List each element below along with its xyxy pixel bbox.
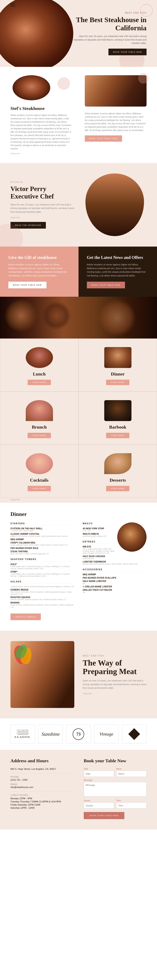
hero-content: MEET AND FISH The Best Steakhouse in Cal… <box>71 12 147 56</box>
seafood-category: SEAFOOD TOWERS GULF*2 half lobster tails… <box>10 558 74 577</box>
prep-section: MEET AND FISH The Way of Preparing Meat … <box>0 631 157 718</box>
prep-body: Open for over 15 years, our restaurant n… <box>83 679 147 690</box>
hero-meat-image <box>0 0 73 67</box>
footer-guests-input[interactable] <box>84 802 114 809</box>
chef-body: Open for over 15 years, our restaurant n… <box>10 203 74 214</box>
footer-street: 860 S. Hope Street, Los Angeles, CA, 900… <box>10 768 73 770</box>
footer-hours2: Tuesday-Thursday 7:00AM-12:00PM & Until … <box>10 800 73 803</box>
logo-classic-text: CLASSIC <box>14 735 31 739</box>
logo-classic: LOS GATOS STEAKHOUSE CLASSIC <box>10 725 35 743</box>
footer-hours4: Saturday 12PM - 12AM <box>10 807 73 809</box>
footer-phone: (213) 741 - 2345 <box>10 779 73 781</box>
logo-vintage: Vintage <box>94 725 119 743</box>
gift-news-section: Give the Gift of steakhouse Article eius… <box>0 247 157 297</box>
news-card: Get the Latest News and Offers Article e… <box>78 247 157 297</box>
menu-brunch-button[interactable]: VIEW MORE <box>28 433 51 438</box>
prep-image-wrap <box>10 641 74 708</box>
footer-time-label: Time <box>116 799 147 802</box>
menu-grid-section: Lunch VIEW MORE Dinner VIEW MORE Brunch … <box>0 339 157 498</box>
steakhouse-section: Stef's Steakhouse Article eiusdem ut ver… <box>0 67 157 163</box>
view-all-menus-button[interactable]: VIEW ALL MENUS <box>10 614 41 620</box>
footer-email-label: Email <box>10 783 73 786</box>
footer-book-button[interactable]: BOOK YOUR TABLE NOW <box>84 812 124 819</box>
logo-number-text: 73 <box>77 732 80 737</box>
footer-hours: Monday 12PM - 4PM <box>10 797 73 800</box>
hero-title: The Best Steakhouse in California <box>71 16 147 32</box>
stef-cta-button[interactable]: BOOK YOUR TABLE NOW <box>85 135 122 142</box>
stef-right-body: Article eiusdem ut verum agimus higher i… <box>85 112 147 132</box>
footer-address-title: Address and Hours <box>10 758 73 764</box>
hero-subtitle: MEET AND FISH <box>71 12 147 14</box>
chef-right <box>83 173 147 236</box>
logos-section: LOS GATOS STEAKHOUSE CLASSIC Sunshine 73… <box>0 718 157 750</box>
logo-number: 73 <box>66 725 91 743</box>
stef-image-from: Image from <box>10 153 72 154</box>
menu-grid-image-from: Image from <box>0 498 157 503</box>
news-title: Get the Latest News and Offers <box>87 255 149 260</box>
menu-cocktails-button[interactable]: VIEW MORE <box>28 486 51 491</box>
gift-cta-button[interactable]: BOOK YOUR TABLE NOW <box>8 282 46 288</box>
stef-title: Stef's Steakhouse <box>10 106 72 111</box>
dinner-menu-title: Dinner <box>10 511 147 517</box>
footer-hours-label: Lunch Hours <box>10 794 73 796</box>
logo-diamond-icon <box>128 728 140 740</box>
footer-section: Address and Hours 860 S. Hope Street, Lo… <box>0 750 157 830</box>
chef-image <box>85 173 144 236</box>
prep-food-image <box>10 641 74 708</box>
dinner-right-col: WAGYU A5 NEW YORK STRIP2 oz / 4oz WAGYU … <box>83 522 147 611</box>
chef-name: Victor Perry Executive Chef <box>10 185 74 200</box>
footer-guests-label: Guests <box>84 799 114 802</box>
stef-right-food <box>85 75 147 109</box>
footer-message-label: Message <box>84 779 147 781</box>
stef-body: Article eiusdem ut verum agimus higher i… <box>10 114 72 150</box>
menu-barbook-title: Barbook <box>109 425 127 430</box>
prep-title: The Way of Preparing Meat <box>83 659 147 676</box>
footer-name-label: Name <box>116 768 147 770</box>
stef-food-decoration <box>10 75 72 102</box>
news-cta-button[interactable]: BOOK YOUR TABLE NOW <box>87 282 125 288</box>
chef-image-from: Image from <box>10 216 74 219</box>
prep-subtitle: MEET AND FISH <box>83 655 147 657</box>
menu-desserts-title: Desserts <box>109 477 126 483</box>
prep-image-from: Image from <box>83 692 147 695</box>
footer-date-label: Date <box>84 768 114 770</box>
menu-barbook-button[interactable]: VIEW MORE <box>106 433 129 438</box>
nav-hamburger[interactable] <box>10 3 15 6</box>
prep-content: MEET AND FISH The Way of Preparing Meat … <box>83 655 147 695</box>
menu-item-dinner: Dinner VIEW MORE <box>78 339 157 391</box>
michelin-label: MICHELIN <box>10 181 74 183</box>
dinner-menu-section: Dinner STARTERS OYSTERS ON THE HALF SHEL… <box>0 503 157 631</box>
logo-diamond <box>122 725 147 743</box>
menu-dinner-title: Dinner <box>111 371 125 377</box>
gift-title: Give the Gift of steakhouse <box>8 255 70 260</box>
footer-hours3: Friday-Saturday 12PM-12AM <box>10 803 73 806</box>
footer-name-input[interactable] <box>116 771 147 777</box>
logo-vintage-text: Vintage <box>99 731 114 737</box>
gift-card: Give the Gift of steakhouse Article eius… <box>0 247 78 297</box>
menu-brunch-title: Brunch <box>32 425 47 430</box>
stef-right: Article eiusdem ut verum agimus higher i… <box>78 75 147 154</box>
logo-sunshine-text: Sunshine <box>42 731 60 737</box>
hero-section: MEET AND FISH The Best Steakhouse in Cal… <box>0 0 157 67</box>
footer-booking-col: Book your Table Now Date Name Message Gu… <box>84 758 147 819</box>
menu-item-barbook: Barbook VIEW MORE <box>78 391 157 445</box>
hero-cta-button[interactable]: BOOK YOUR TABLE NOW <box>109 48 147 55</box>
menu-item-lunch: Lunch VIEW MORE <box>0 339 78 391</box>
menu-dinner-button[interactable]: VIEW MORE <box>106 380 129 385</box>
footer-time-input[interactable] <box>116 802 147 809</box>
hero-description: Open for over 15 years, our restaurant n… <box>71 35 147 45</box>
food-strip <box>0 297 157 339</box>
footer-booking-title: Book your Table Now <box>84 758 147 764</box>
chef-section: MICHELIN Victor Perry Executive Chef Ope… <box>0 163 157 247</box>
menu-desserts-button[interactable]: VIEW MORE <box>106 486 129 491</box>
stef-left: Stef's Steakhouse Article eiusdem ut ver… <box>10 75 78 154</box>
menu-cocktails-title: Cocktails <box>30 477 48 483</box>
salads-category: SALADS romaine hearts, lemon-anchovy dre… <box>10 581 74 608</box>
menu-item-brunch: Brunch VIEW MORE <box>0 391 78 445</box>
menu-lunch-button[interactable]: VIEW MORE <box>28 380 51 385</box>
gift-body: Article eiusdem ut verum agimus higher i… <box>8 263 70 277</box>
footer-message-input[interactable] <box>84 782 147 797</box>
footer-phone-label: Phone <box>10 776 73 778</box>
dinner-left-col: STARTERS OYSTERS ON THE HALF SHELL½ doze… <box>10 522 74 611</box>
footer-date-input[interactable] <box>84 771 114 777</box>
